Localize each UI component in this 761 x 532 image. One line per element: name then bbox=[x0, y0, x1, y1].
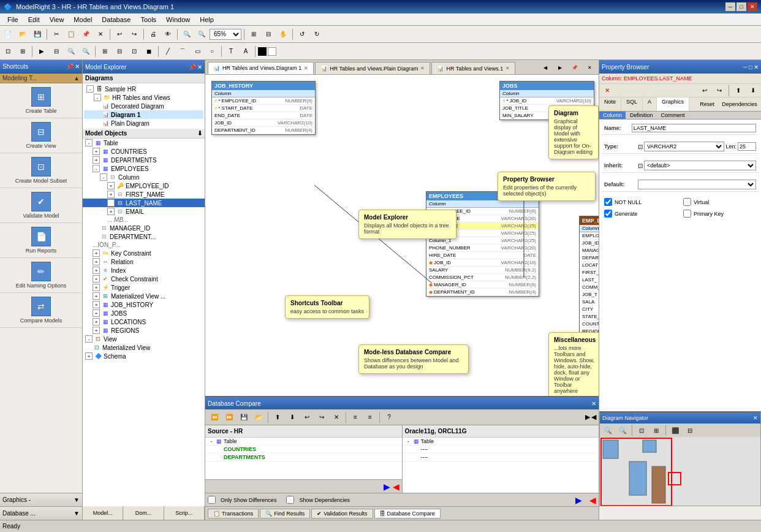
pb-undo-btn[interactable]: ↩ bbox=[698, 84, 711, 97]
tb2-font[interactable]: A bbox=[239, 45, 252, 58]
pb-maximize[interactable]: □ bbox=[749, 64, 752, 70]
db-compare-close[interactable]: ✕ bbox=[591, 400, 596, 407]
tree-trigger[interactable]: + ⚡ Trigger bbox=[83, 283, 205, 292]
pb-len-input[interactable] bbox=[738, 142, 756, 151]
dc-src-arrow-left[interactable]: ◀ bbox=[393, 482, 399, 492]
tb-cut[interactable]: ✂ bbox=[50, 28, 63, 41]
tb2-b9[interactable]: ⊡ bbox=[127, 45, 141, 58]
emp-details-view-table[interactable]: EMP_DETAILS_VIEW Column EMPLOYEE_ID JOB_… bbox=[579, 216, 599, 336]
menu-database[interactable]: Database bbox=[97, 15, 135, 25]
tb-preview[interactable]: 👁 bbox=[161, 28, 175, 41]
tree-sample-hr[interactable]: - 🗄 Sample HR bbox=[84, 85, 203, 93]
tree-expand-jh[interactable]: + bbox=[93, 301, 100, 308]
tree-expand-email[interactable]: + bbox=[107, 208, 115, 215]
dbc-btn-4[interactable]: 📂 bbox=[252, 411, 265, 424]
tb-delete[interactable]: ✕ bbox=[94, 28, 107, 41]
tree-email[interactable]: + ⊟ EMAIL bbox=[83, 207, 205, 216]
tree-expand-employees[interactable]: - bbox=[93, 165, 100, 172]
pb-not-null-check[interactable] bbox=[604, 198, 612, 206]
close-button[interactable]: ✕ bbox=[748, 2, 757, 11]
dbc-arrow-left[interactable]: ◀ bbox=[591, 413, 596, 421]
tree-locations[interactable]: + ▦ LOCATIONS bbox=[83, 317, 205, 326]
dbc-btn-3[interactable]: 💾 bbox=[237, 411, 251, 424]
diagram-canvas[interactable]: JOB_HISTORY Column # * EMPLOYEE_ID NUMBE… bbox=[205, 75, 599, 396]
tab-plain-close[interactable]: ✕ bbox=[420, 66, 425, 71]
tree-table-group[interactable]: - ▦ Table bbox=[83, 139, 205, 147]
shortcuts-group-arrow[interactable]: ▲ bbox=[74, 75, 80, 82]
tree-expand-schema[interactable]: + bbox=[85, 352, 93, 360]
tb-new[interactable]: 📄 bbox=[1, 28, 15, 41]
menu-tools[interactable]: Tools bbox=[135, 15, 161, 25]
tree-jobs[interactable]: + ▦ JOBS bbox=[83, 309, 205, 317]
tree-expand-eid[interactable]: + bbox=[107, 182, 115, 189]
tb2-b8[interactable]: ⊟ bbox=[113, 45, 126, 58]
tab-diagram-1[interactable]: 📊 HR Tables and Views.Diagram 1 ✕ bbox=[208, 62, 314, 74]
tree-decorated-diagram[interactable]: 📊 Decorated Diagram bbox=[84, 102, 203, 110]
tb-zoomout[interactable]: 🔍 bbox=[180, 28, 194, 41]
dn-close[interactable]: ✕ bbox=[753, 415, 758, 421]
tb2-b6[interactable]: 🔍 bbox=[79, 45, 93, 58]
dc-src-arrow-right[interactable]: ▶ bbox=[384, 482, 390, 492]
pb-name-input[interactable] bbox=[632, 124, 756, 132]
pb-tab-note[interactable]: Note bbox=[599, 97, 621, 111]
minimize-button[interactable]: ─ bbox=[725, 2, 735, 11]
tree-regions[interactable]: + ▦ REGIONS bbox=[83, 326, 205, 335]
tb2-text[interactable]: T bbox=[224, 45, 238, 58]
dbc-btn-1[interactable]: ⏪ bbox=[208, 411, 221, 424]
tree-expand-kc[interactable]: + bbox=[93, 249, 100, 257]
me-dom-tab[interactable]: Dom... bbox=[123, 506, 164, 520]
tab-diagram-1-close[interactable]: ✕ bbox=[304, 66, 308, 71]
tab-plain-diagram[interactable]: 📊 HR Tables and Views.Plain Diagram ✕ bbox=[315, 62, 430, 74]
tree-relation[interactable]: + ↔ Relation bbox=[83, 257, 205, 266]
tree-countries[interactable]: + ▦ COUNTRIES bbox=[83, 147, 205, 156]
shortcut-edit-naming[interactable]: ✏ Edit Naming Options bbox=[0, 258, 82, 293]
tb2-b3[interactable]: ▶ bbox=[35, 45, 48, 58]
footer-arrow-right[interactable]: ▶ bbox=[575, 495, 582, 505]
dn-b4[interactable]: ⊟ bbox=[683, 424, 697, 437]
tree-expand-index[interactable]: + bbox=[93, 267, 100, 274]
pb-sub-tab-comment[interactable]: Comment bbox=[657, 112, 689, 119]
tb2-b7[interactable]: ⊞ bbox=[98, 45, 112, 58]
tree-expand-view[interactable]: - bbox=[85, 335, 93, 343]
mo-sort[interactable]: ⬇ bbox=[197, 130, 202, 137]
tree-expand-fname[interactable]: + bbox=[107, 191, 115, 198]
tree-expand-cc[interactable]: + bbox=[93, 275, 100, 283]
pb-sub-tab-definition[interactable]: Definition bbox=[626, 112, 657, 119]
menu-help[interactable]: Help bbox=[195, 15, 219, 25]
shortcuts-pin[interactable]: 📌 bbox=[66, 63, 74, 70]
tree-view-group[interactable]: - ⊡ View bbox=[83, 335, 205, 343]
tree-check-constraint[interactable]: + ✔ Check Constraint bbox=[83, 275, 205, 283]
tree-employee-id[interactable]: + 🔑 EMPLOYEE_ID bbox=[83, 181, 205, 190]
database-button[interactable]: Database ... ▼ bbox=[0, 506, 82, 520]
pb-redo-btn[interactable]: ↪ bbox=[713, 84, 726, 97]
tree-mat-view[interactable]: + ⊞ Materialized View ... bbox=[83, 292, 205, 300]
pb-type-select[interactable]: VARCHAR2 NUMBER DATE bbox=[644, 142, 724, 151]
dn-expand[interactable]: ⊞ bbox=[649, 424, 663, 437]
pb-up-btn[interactable]: ⬆ bbox=[732, 84, 745, 97]
bottom-tab-transactions[interactable]: 📋 Transactions bbox=[208, 509, 259, 519]
dbc-btn-11[interactable]: ≡ bbox=[363, 411, 377, 424]
tree-key-constraint[interactable]: + 🗝 Key Constraint bbox=[83, 249, 205, 257]
tree-departments[interactable]: + ▦ DEPARTMENTS bbox=[83, 156, 205, 164]
menu-view[interactable]: View bbox=[45, 15, 69, 25]
dbc-btn-5[interactable]: ⬆ bbox=[271, 411, 284, 424]
tb-print[interactable]: 🖨 bbox=[146, 28, 160, 41]
tree-expand-sample-hr[interactable]: - bbox=[86, 85, 94, 93]
tb2-b4[interactable]: ⊟ bbox=[50, 45, 63, 58]
shortcut-create-model-subset[interactable]: ⊡ Create Model Subset bbox=[0, 153, 82, 188]
pb-generate-check[interactable] bbox=[604, 210, 612, 218]
me-model-tab[interactable]: Model... bbox=[83, 506, 123, 520]
menu-model[interactable]: Model bbox=[69, 15, 97, 25]
tab-hr-close[interactable]: ✕ bbox=[505, 66, 510, 71]
menu-file[interactable]: File bbox=[2, 15, 23, 25]
dc-tgt-row-1[interactable]: ---- bbox=[403, 446, 599, 454]
dc-tgt-row-2[interactable]: ---- bbox=[403, 454, 599, 462]
dbc-btn-7[interactable]: ↩ bbox=[300, 411, 314, 424]
dn-fit[interactable]: ⊡ bbox=[635, 424, 648, 437]
me-close[interactable]: ✕ bbox=[197, 64, 202, 70]
me-scrip-tab[interactable]: Scrip... bbox=[164, 506, 205, 520]
tb-hand[interactable]: ✋ bbox=[276, 28, 290, 41]
tb2-color2[interactable] bbox=[268, 47, 276, 56]
only-show-differences-check[interactable] bbox=[208, 496, 216, 504]
bottom-tab-validation[interactable]: ✔ Validation Results bbox=[311, 509, 373, 519]
